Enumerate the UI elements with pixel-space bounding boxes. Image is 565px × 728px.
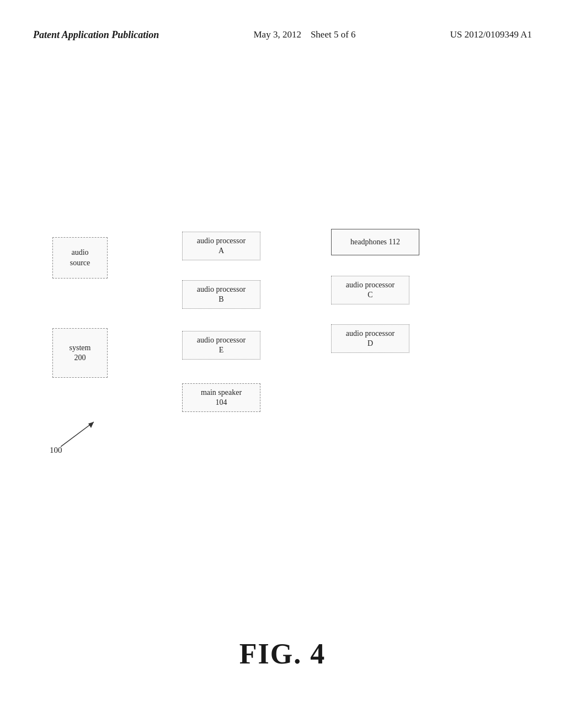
headphones-112-label: headphones 112 xyxy=(350,237,400,247)
svg-line-0 xyxy=(61,422,94,447)
patent-number: US 2012/0109349 A1 xyxy=(450,29,532,41)
patent-page: Patent Application Publication May 3, 20… xyxy=(0,0,565,728)
main-speaker-label: main speaker104 xyxy=(201,388,242,408)
main-speaker-box: main speaker104 xyxy=(182,383,260,412)
sheet-info: Sheet 5 of 6 xyxy=(311,29,356,40)
audio-processor-b-label: audio processorB xyxy=(197,285,246,304)
arrow-svg xyxy=(61,419,105,449)
audio-source-box: audiosource xyxy=(52,237,108,279)
audio-processor-b-box: audio processorB xyxy=(182,280,260,309)
publication-date: May 3, 2012 xyxy=(253,29,301,40)
audio-processor-e-box: audio processorE xyxy=(182,331,260,360)
diagram-area: audiosource system200 audio processorA a… xyxy=(0,110,565,618)
publication-title: Patent Application Publication xyxy=(33,29,159,41)
audio-processor-c-box: audio processorC xyxy=(331,276,409,304)
audio-processor-d-box: audio processorD xyxy=(331,324,409,353)
audio-processor-a-label: audio processorA xyxy=(197,236,246,256)
ref-100-label: 100 xyxy=(50,446,62,455)
audio-source-label: audiosource xyxy=(70,248,90,267)
system-200-label: system200 xyxy=(70,343,91,363)
header-date-sheet: May 3, 2012 Sheet 5 of 6 xyxy=(253,29,355,41)
audio-processor-e-label: audio processorE xyxy=(197,335,246,355)
audio-processor-a-box: audio processorA xyxy=(182,232,260,260)
figure-label: FIG. 4 xyxy=(239,638,326,670)
header: Patent Application Publication May 3, 20… xyxy=(0,29,565,41)
audio-processor-c-label: audio processorC xyxy=(346,280,395,300)
audio-processor-d-label: audio processorD xyxy=(346,329,395,349)
headphones-112-box: headphones 112 xyxy=(331,229,419,255)
system-200-box: system200 xyxy=(52,328,108,378)
